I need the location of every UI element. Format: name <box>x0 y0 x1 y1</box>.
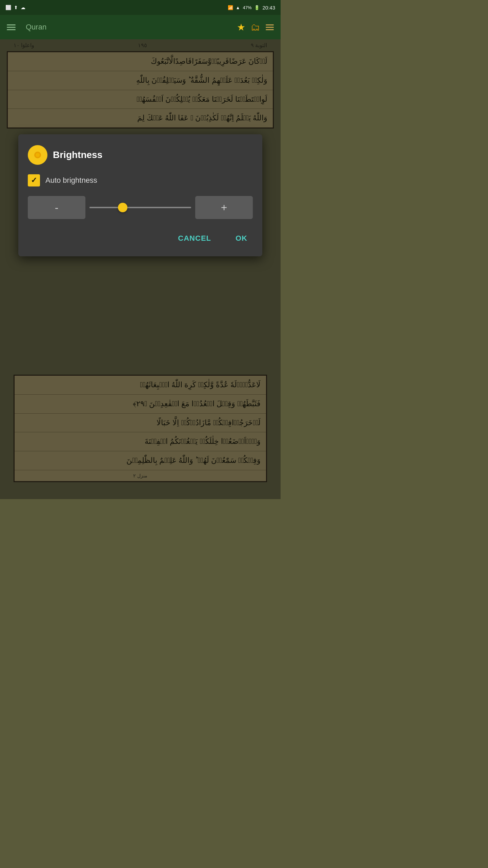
brightness-icon <box>28 145 47 165</box>
auto-brightness-checkbox[interactable]: ✓ <box>28 174 40 186</box>
folder-star-button[interactable]: 🗂 <box>251 22 260 33</box>
slider-track <box>89 207 191 208</box>
increase-icon: + <box>221 201 227 214</box>
decrease-icon: - <box>55 201 59 214</box>
status-left-icons: ⬜ ⬆ ☁ <box>5 5 25 10</box>
main-content: واعلوٓا ١٠ ١٩٥ التوبة ٩ لَوۡكَانَ عَرَضً… <box>0 39 281 499</box>
cancel-button[interactable]: CANCEL <box>172 231 217 245</box>
dialog-actions: CANCEL OK <box>28 231 253 245</box>
slider-thumb[interactable] <box>118 203 127 212</box>
status-right-icons: 📶 ▲ 47% 🔋 20:43 <box>228 5 275 11</box>
slider-fill <box>89 207 120 208</box>
auto-brightness-row: ✓ Auto brightness <box>28 174 253 186</box>
menu-list-button[interactable] <box>266 24 274 30</box>
brightness-dialog: Brightness ✓ Auto brightness - <box>18 134 262 256</box>
auto-brightness-label: Auto brightness <box>45 176 97 185</box>
wifi-icon: 📶 <box>228 5 233 10</box>
app-bar: Quran ★ 🗂 <box>0 15 281 39</box>
dialog-title-row: Brightness <box>28 145 253 165</box>
svg-point-2 <box>36 153 40 157</box>
screen-icon: ⬜ <box>5 5 11 10</box>
dialog-title: Brightness <box>53 150 102 160</box>
brightness-slider[interactable] <box>89 196 191 219</box>
battery-percent: 47% <box>243 5 251 10</box>
signal-icon: ▲ <box>236 5 240 10</box>
upload-icon: ⬆ <box>14 5 18 10</box>
dialog-overlay: Brightness ✓ Auto brightness - <box>0 39 281 499</box>
checkbox-check-icon: ✓ <box>31 176 37 185</box>
app-bar-actions: ★ 🗂 <box>237 22 274 33</box>
ok-button[interactable]: OK <box>230 231 253 245</box>
sun-svg <box>28 145 47 165</box>
cloud-icon: ☁ <box>21 5 25 10</box>
hamburger-menu-button[interactable] <box>7 23 16 32</box>
brightness-decrease-button[interactable]: - <box>28 196 85 219</box>
app-title: Quran <box>26 23 230 32</box>
brightness-slider-row: - + <box>28 196 253 219</box>
status-bar: ⬜ ⬆ ☁ 📶 ▲ 47% 🔋 20:43 <box>0 0 281 15</box>
time-display: 20:43 <box>262 5 275 11</box>
battery-icon: 🔋 <box>254 5 260 10</box>
quran-page: واعلوٓا ١٠ ١٩٥ التوبة ٩ لَوۡكَانَ عَرَضً… <box>0 39 281 499</box>
bookmark-star-button[interactable]: ★ <box>237 22 245 33</box>
brightness-increase-button[interactable]: + <box>195 196 253 219</box>
